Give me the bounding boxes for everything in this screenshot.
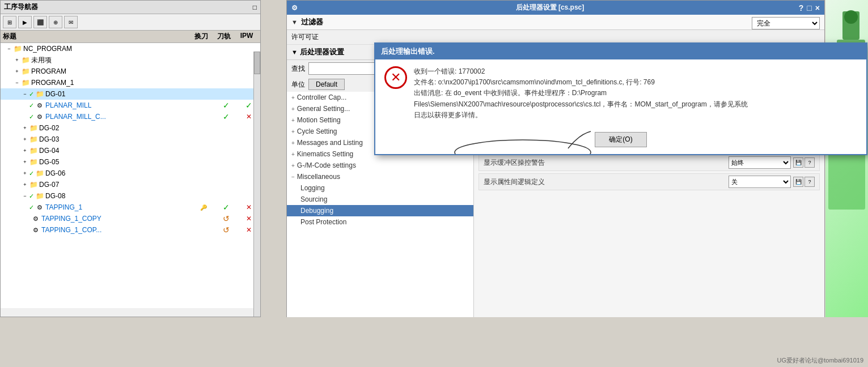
svg-point-5: [844, 10, 858, 24]
folder-icon-dg01: 📁: [35, 89, 44, 99]
label-planar-mill-c: PLANAR_MILL_C...: [45, 113, 192, 121]
maximize-icon[interactable]: □: [807, 3, 811, 12]
toggle-dg01[interactable]: −: [21, 90, 29, 98]
post-settings-label: 后处理器设置: [300, 47, 344, 57]
tree-item-planar-mill-c[interactable]: ✓ ⚙ PLANAR_MILL_C... ✓ ✕: [1, 111, 260, 122]
dropdown-buffer[interactable]: 始终关开: [729, 156, 791, 169]
error-icon: ✕: [384, 66, 407, 89]
op-icon-planar-c: ⚙: [35, 112, 44, 121]
folder-icon-dg08: 📁: [35, 191, 44, 200]
label-dg08: DG-08: [45, 192, 260, 200]
toolbar-btn-1[interactable]: ⊞: [3, 16, 16, 28]
tree-item-tapping1-copy[interactable]: ⚙ TAPPING_1_COPY ↺ ✕: [1, 213, 260, 224]
tree-item-dg07[interactable]: + 📁 DG-07: [1, 179, 260, 190]
error-line2: 文件名: o:\nx2007\ip1700\src\camsmom\no\ind…: [414, 77, 857, 88]
post-panel-titlebar: ⚙ 后处理器设置 [cs.psc] ? □ ×: [287, 1, 824, 15]
tree-item-program[interactable]: + 📁 PROGRAM: [1, 66, 260, 77]
toggle-dg04[interactable]: +: [21, 147, 29, 155]
label-misc: Miscellaneous: [297, 173, 340, 181]
label-kinematics: Kinematics Setting: [297, 150, 353, 158]
label-dg03: DG-03: [39, 135, 260, 143]
help-attr-btn[interactable]: ?: [805, 177, 815, 187]
navigator-maximize-icon[interactable]: □: [253, 3, 257, 11]
icons-buffer: 💾 ?: [793, 157, 815, 168]
scrollbar-thumb[interactable]: [254, 52, 260, 74]
check-dg01: ✓: [29, 91, 34, 98]
watermark-text: UG爱好者论坛@tombai691019: [777, 356, 863, 365]
toggle-dg06[interactable]: +: [21, 169, 29, 177]
label-tapping1-cop2: TAPPING_1_COP...: [41, 226, 192, 234]
label-dg02: DG-02: [39, 124, 260, 132]
filter-dropdown[interactable]: 完全 部分 全部: [752, 17, 820, 29]
cell-tapping-cop2-刀轨: ↺: [215, 225, 238, 234]
close-icon[interactable]: ×: [815, 3, 820, 12]
save-attr-btn[interactable]: 💾: [793, 177, 803, 187]
label-logging: Logging: [300, 184, 325, 192]
toggle-program1[interactable]: −: [13, 79, 21, 87]
tree-item-dg01[interactable]: − ✓ 📁 DG-01: [1, 88, 260, 100]
tree-header: 标题 换刀 刀轨 IPW: [1, 31, 260, 43]
op-icon-tapping1: ⚙: [35, 203, 44, 212]
error-line4: Files\Siemens\NX2007\mach\resource\postp…: [414, 99, 857, 110]
tree-item-nc-program[interactable]: − 📁 NC_PROGRAM: [1, 43, 260, 54]
label-program1: PROGRAM_1: [31, 79, 260, 87]
menu-logging[interactable]: Logging: [287, 182, 473, 194]
menu-post-protection[interactable]: Post Protection: [287, 216, 473, 228]
menu-gm-code[interactable]: + G-/M-Code settings: [287, 160, 473, 171]
toggle-dg03[interactable]: +: [21, 135, 29, 143]
post-panel-title: 后处理器设置 [cs.psc]: [516, 3, 585, 12]
col-IPW: IPW: [235, 32, 258, 41]
filter-toggle-icon[interactable]: ▼: [291, 19, 298, 25]
dropdown-container: 完全 部分 全部: [752, 17, 820, 29]
toggle-cycle: +: [291, 129, 295, 135]
label-dg06: DG-06: [45, 169, 260, 177]
save-buffer-btn[interactable]: 💾: [793, 157, 803, 168]
col-title: 标题: [3, 32, 190, 41]
tree-item-planar-mill[interactable]: ✓ ⚙ PLANAR_MILL ✓ ✓: [1, 100, 260, 111]
tree-item-unused[interactable]: + 📁 未用项: [1, 54, 260, 66]
dropdown-attr[interactable]: 关开: [729, 176, 791, 188]
navigator-toolbar: ⊞ ▶ ⬛ ⊕ ✉: [1, 14, 260, 31]
tree-item-tapping1[interactable]: ✓ ⚙ TAPPING_1 🔑 ✓ ✕: [1, 202, 260, 213]
toggle-dg07[interactable]: +: [21, 181, 29, 189]
tree-item-dg06[interactable]: + ✓ 📁 DG-06: [1, 168, 260, 179]
label-dg01: DG-01: [45, 90, 260, 98]
tree-item-tapping1-cop2[interactable]: ⚙ TAPPING_1_COP... ↺ ✕: [1, 224, 260, 236]
toggle-dg02[interactable]: +: [21, 124, 29, 132]
toolbar-btn-2[interactable]: ▶: [18, 16, 32, 28]
tree-item-dg02[interactable]: + 📁 DG-02: [1, 122, 260, 134]
label-sourcing: Sourcing: [300, 195, 327, 203]
menu-sourcing[interactable]: Sourcing: [287, 194, 473, 205]
tree-scrollbar[interactable]: [253, 52, 260, 317]
default-button[interactable]: Default: [308, 79, 345, 90]
unit-label: 单位: [291, 80, 305, 89]
toolbar-btn-4[interactable]: ⊕: [49, 16, 62, 28]
toggle-program[interactable]: +: [13, 67, 21, 75]
navigator-titlebar: 工序导航器 □: [1, 1, 260, 14]
col-换刀: 换刀: [190, 32, 213, 41]
help-icon[interactable]: ?: [799, 3, 804, 12]
tree-item-dg08[interactable]: − ✓ 📁 DG-08: [1, 190, 260, 202]
toggle-dg08[interactable]: −: [21, 192, 29, 200]
label-dg07: DG-07: [39, 181, 260, 189]
post-settings-toggle[interactable]: ▼: [291, 49, 298, 56]
tree-item-dg05[interactable]: + 📁 DG-05: [1, 156, 260, 168]
folder-icon-nc-program: 📁: [13, 44, 22, 53]
tree-item-program1[interactable]: − 📁 PROGRAM_1: [1, 77, 260, 88]
toolbar-btn-3[interactable]: ⬛: [33, 16, 47, 28]
help-buffer-btn[interactable]: ?: [805, 157, 815, 168]
op-icon-tapping-cop2: ⚙: [31, 225, 40, 234]
toggle-unused[interactable]: +: [13, 56, 21, 64]
error-dialog-title: 后处理输出错误.: [381, 46, 435, 57]
ok-button[interactable]: 确定(O): [595, 132, 646, 147]
toolbar-btn-5[interactable]: ✉: [64, 16, 78, 28]
menu-misc[interactable]: − Miscellaneous: [287, 171, 473, 182]
check-tapping1: ✓: [29, 204, 34, 211]
toggle-nc-program[interactable]: −: [5, 45, 13, 53]
tree-item-dg04[interactable]: + 📁 DG-04: [1, 145, 260, 156]
tree-item-dg03[interactable]: + 📁 DG-03: [1, 134, 260, 145]
program-navigator-panel: 工序导航器 □ ⊞ ▶ ⬛ ⊕ ✉ 标题 换刀 刀轨 IPW − 📁 NC_PR…: [0, 0, 261, 317]
menu-debugging[interactable]: Debugging: [287, 205, 473, 216]
op-icon-tapping-copy: ⚙: [31, 214, 40, 223]
toggle-dg05[interactable]: +: [21, 158, 29, 166]
